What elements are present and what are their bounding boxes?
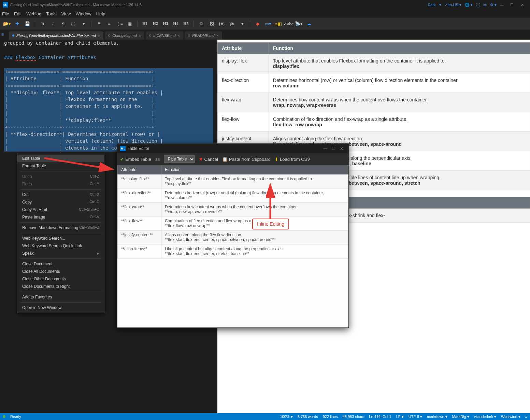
at-icon[interactable]: @ xyxy=(228,20,236,28)
quote-icon[interactable]: ❝ xyxy=(95,20,103,28)
preview-icon[interactable]: ▭ xyxy=(483,3,487,7)
h2-button[interactable]: H2 xyxy=(151,20,159,28)
status-lines: 922 lines xyxy=(323,415,338,419)
paste-clipboard-button[interactable]: 📋Paste from Clipboard xyxy=(222,157,271,162)
context-menu-item[interactable]: Open in New Window xyxy=(17,304,104,311)
status-theme[interactable]: vscodedark ▾ xyxy=(474,415,496,419)
italic-icon[interactable]: I xyxy=(49,20,57,28)
te-cell[interactable]: **align-items** xyxy=(118,244,161,258)
globe-icon[interactable]: 🌐 ▾ xyxy=(465,3,473,7)
tab[interactable]: FlexingYourHtmlLayoutMusclesWithFlexbox.… xyxy=(9,31,103,40)
rss-icon[interactable]: 📡▾ xyxy=(295,20,303,28)
list-icon[interactable]: ≡ xyxy=(105,20,113,28)
te-close-button[interactable]: ✕ xyxy=(338,146,346,151)
status-user[interactable]: Westwind ▾ xyxy=(501,415,520,419)
git-icon[interactable]: ◆ xyxy=(254,20,262,28)
settings-icon[interactable]: ⚙ ▾ xyxy=(490,3,497,7)
embed-table-button[interactable]: ✔Embed Table xyxy=(120,157,151,162)
maximize-button[interactable]: ☐ xyxy=(507,3,517,7)
h3-button[interactable]: H3 xyxy=(161,20,170,28)
close-button[interactable]: ✕ xyxy=(517,3,527,7)
tab[interactable]: README.md× xyxy=(185,31,222,40)
h1-button[interactable]: H1 xyxy=(141,20,149,28)
menu-window[interactable]: Window xyxy=(76,11,91,16)
menu-file[interactable]: File xyxy=(2,11,9,16)
te-cell[interactable]: **flex-wrap** xyxy=(118,202,161,216)
chevron-down-icon[interactable]: ▾ xyxy=(80,20,88,28)
app-icon: M↓ xyxy=(3,2,8,8)
close-icon[interactable]: × xyxy=(139,33,141,38)
status-menu-icon[interactable]: ≡ xyxy=(525,415,527,419)
context-menu-item[interactable]: Close Document xyxy=(17,260,104,268)
link-icon[interactable]: ⧉ xyxy=(197,20,205,28)
table-editor-grid[interactable]: AttributeFunction **display: flex**Top l… xyxy=(117,165,348,327)
te-cell[interactable]: **display: flex** xyxy=(118,174,161,188)
context-menu-item[interactable]: Close Other Documents xyxy=(17,275,104,283)
tab[interactable]: Changelog.md× xyxy=(105,31,144,40)
context-menu-item[interactable]: Copy As HtmlCtrl+Shift+C xyxy=(17,206,104,213)
bold-icon[interactable]: B xyxy=(39,20,47,28)
more-icon[interactable]: ▾ xyxy=(238,20,246,28)
save-icon[interactable]: 💾 xyxy=(23,20,31,28)
status-engine[interactable]: MarkDig ▾ xyxy=(452,415,469,419)
context-menu-item[interactable]: Paste ImageCtrl-V xyxy=(17,213,104,221)
context-menu-item[interactable]: Web Keyword Search Quick Link xyxy=(17,242,104,250)
table-icon[interactable]: ▦ xyxy=(126,20,134,28)
menu-edit[interactable]: Edit xyxy=(14,11,22,16)
menu-view[interactable]: View xyxy=(61,11,71,16)
new-icon[interactable]: ✚ xyxy=(13,20,21,28)
menu-weblog[interactable]: Weblog xyxy=(26,11,41,16)
window-icon[interactable]: ▭▾ xyxy=(264,20,272,28)
te-cell[interactable]: Top level attribute that enables Flexbox… xyxy=(161,174,348,188)
status-enc[interactable]: UTF-8 ▾ xyxy=(409,415,422,419)
menu-help[interactable]: Help xyxy=(96,11,105,16)
te-cell[interactable]: Determines how content wraps when the co… xyxy=(161,202,348,216)
lang-selector[interactable]: ✓en-US ▾ xyxy=(445,3,461,7)
context-menu-item[interactable]: Speak xyxy=(17,250,104,257)
status-parser[interactable]: markdown ▾ xyxy=(427,415,447,419)
close-icon[interactable]: × xyxy=(217,33,219,38)
te-cell[interactable]: Determines horizontal (row) or vertical … xyxy=(161,188,348,202)
theme-selector[interactable]: Dark xyxy=(428,3,435,7)
numbered-list-icon[interactable]: ⋮≡ xyxy=(115,20,124,28)
table-mode-select[interactable]: Pipe Table xyxy=(164,155,195,163)
menu-tools[interactable]: Tools xyxy=(46,11,56,16)
te-cell[interactable]: **flex-flow** xyxy=(118,216,161,230)
te-maximize-button[interactable]: ☐ xyxy=(329,146,338,151)
context-menu-item[interactable]: Edit Table xyxy=(17,155,104,162)
h5-button[interactable]: H5 xyxy=(182,20,190,28)
te-cell[interactable]: **flex-direction** xyxy=(118,188,161,202)
tab[interactable]: LICENSE.md× xyxy=(146,31,183,40)
open-icon[interactable]: 📂▾ xyxy=(3,20,11,28)
strike-icon[interactable]: S xyxy=(59,20,67,28)
status-words: 5,756 words xyxy=(298,415,318,419)
tabbar-menu-icon[interactable]: ≡ xyxy=(1,32,4,37)
context-menu-item[interactable]: CutCtrl-X xyxy=(17,191,104,198)
cancel-button[interactable]: ✖Cancel xyxy=(199,157,218,162)
context-menu-item[interactable]: Web Keyword Search... xyxy=(17,235,104,242)
image-icon[interactable]: 🖼 xyxy=(207,20,216,28)
te-cell[interactable]: **justify-content** xyxy=(118,230,161,244)
char-icon[interactable]: A◧ xyxy=(274,20,282,28)
status-eol[interactable]: LF ▾ xyxy=(396,415,404,419)
close-icon[interactable]: × xyxy=(178,33,180,38)
publish-icon[interactable]: ☁ xyxy=(305,20,313,28)
h4-button[interactable]: H4 xyxy=(172,20,180,28)
status-zoom[interactable]: 100% ▾ xyxy=(280,415,293,419)
context-menu-item[interactable]: Remove Markdown FormattingCtrl+Shift+Z xyxy=(17,224,104,232)
context-menu-item[interactable]: CopyCtrl-C xyxy=(17,198,104,206)
context-menu-item[interactable]: Add to Favorites xyxy=(17,293,104,301)
minimize-button[interactable]: — xyxy=(497,3,507,7)
te-cell[interactable]: Aligns content along the flex flow direc… xyxy=(161,230,348,244)
context-menu-item[interactable]: Close Documents to Right xyxy=(17,283,104,290)
code-icon[interactable]: { } xyxy=(69,20,77,28)
spell-icon[interactable]: ✓abc xyxy=(284,20,292,28)
context-menu-item[interactable]: Format Table xyxy=(17,162,104,170)
close-icon[interactable]: × xyxy=(98,33,100,38)
te-minimize-button[interactable]: — xyxy=(321,146,329,151)
te-cell[interactable]: Like align-content but aligns content al… xyxy=(161,244,348,258)
context-menu-item[interactable]: Close All Documents xyxy=(17,268,104,275)
hash-icon[interactable]: {#} xyxy=(218,20,226,28)
fullscreen-icon[interactable]: ⛶ xyxy=(476,3,480,7)
load-csv-button[interactable]: ⬇Load from CSV xyxy=(275,157,310,162)
